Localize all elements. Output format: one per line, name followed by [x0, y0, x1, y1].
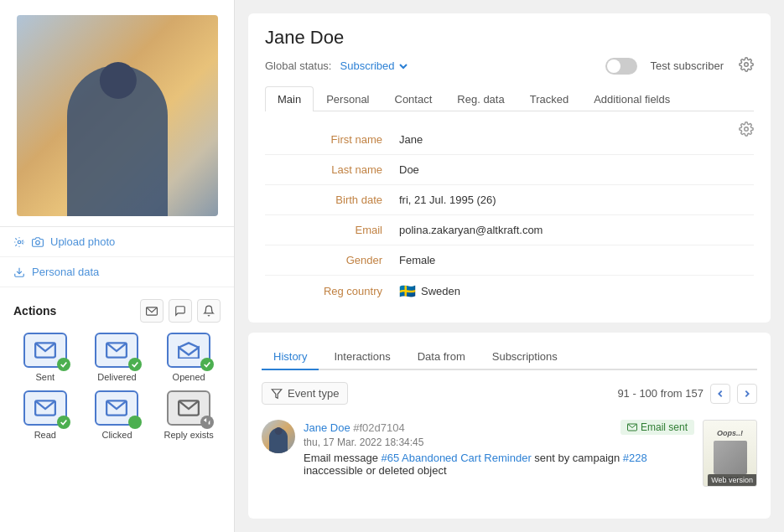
- toggle-switch[interactable]: [605, 58, 637, 75]
- last-name-value: Doe: [399, 163, 419, 176]
- tab-data-from[interactable]: Data from: [406, 344, 477, 370]
- event-date: thu, 17 Mar. 2022 18:34:45: [304, 436, 694, 448]
- read-icon-box: [23, 390, 67, 426]
- gender-label: Gender: [265, 254, 399, 266]
- tab-additional-fields[interactable]: Additional fields: [581, 86, 683, 111]
- clicked-label: Clicked: [101, 430, 132, 440]
- gear-icon-fields: [739, 121, 754, 137]
- download-icon: [13, 266, 25, 278]
- event-item: Jane Doe #f02d7104 Email sent thu, 17 Ma…: [262, 415, 757, 492]
- action-clicked[interactable]: Clicked: [86, 390, 149, 440]
- test-subscriber-label: Test subscriber: [651, 59, 724, 72]
- read-label: Read: [34, 430, 56, 440]
- clicked-badge: [128, 416, 142, 429]
- chevron-left-icon: [716, 390, 724, 398]
- reg-country-label: Reg country: [265, 285, 399, 297]
- chat-icon: [174, 305, 186, 317]
- svg-point-10: [745, 127, 749, 132]
- actions-title: Actions: [13, 304, 56, 318]
- fields-settings-button[interactable]: [739, 121, 754, 139]
- first-name-value: Jane: [399, 133, 423, 146]
- event-type-filter-button[interactable]: Event type: [262, 382, 348, 405]
- tab-personal[interactable]: Personal: [314, 86, 382, 111]
- last-name-label: Last name: [265, 163, 399, 176]
- event-content: Jane Doe #f02d7104 Email sent thu, 17 Ma…: [304, 420, 694, 487]
- event-user-id: #f02d7104: [353, 421, 404, 434]
- campaign-link-2[interactable]: #228: [623, 452, 647, 464]
- svg-marker-11: [272, 389, 282, 398]
- actions-icon-row: [140, 299, 221, 323]
- prev-page-button[interactable]: [710, 384, 730, 404]
- bell-icon-button[interactable]: [197, 299, 221, 323]
- tab-interactions[interactable]: Interactions: [322, 344, 402, 370]
- profile-settings-button[interactable]: [739, 57, 754, 75]
- opened-icon: [178, 342, 200, 359]
- event-user-name[interactable]: Jane Doe #f02d7104: [304, 421, 405, 434]
- tab-history[interactable]: History: [262, 344, 319, 370]
- delivered-icon: [106, 342, 127, 359]
- event-user-info: Jane Doe #f02d7104: [304, 421, 405, 434]
- email-icon-button[interactable]: [140, 299, 164, 323]
- global-status-label: Global status:: [265, 59, 332, 72]
- event-thumbnail[interactable]: Oops..! Jacket Web version: [703, 420, 757, 487]
- profile-card: Jane Doe Global status: Subscribed Test …: [248, 13, 771, 323]
- sent-label: Sent: [36, 372, 55, 382]
- reply-icon: [178, 400, 200, 416]
- svg-point-1: [36, 240, 40, 245]
- next-page-button[interactable]: [737, 384, 757, 404]
- email-value: polina.zakaryan@altkraft.com: [399, 224, 543, 236]
- campaign-link-1[interactable]: #65 Abandoned Cart Reminder: [381, 452, 531, 464]
- event-avatar: [262, 420, 295, 453]
- avatar: [17, 15, 218, 216]
- email-label: Email: [265, 224, 399, 236]
- bell-icon: [203, 305, 215, 317]
- clicked-icon-box: [95, 390, 138, 426]
- tab-contact[interactable]: Contact: [382, 86, 445, 111]
- tab-subscriptions[interactable]: Subscriptions: [480, 344, 569, 370]
- field-email: Email polina.zakaryan@altkraft.com: [265, 215, 754, 245]
- web-version-badge[interactable]: Web version: [708, 474, 756, 486]
- chat-icon-button[interactable]: [169, 299, 192, 323]
- history-tabs: History Interactions Data from Subscript…: [262, 344, 757, 370]
- delivered-icon-box: [95, 333, 138, 368]
- chevron-down-icon: [398, 61, 408, 71]
- action-read[interactable]: Read: [13, 390, 77, 440]
- personal-data-button[interactable]: Personal data: [0, 257, 234, 287]
- tab-reg-data[interactable]: Reg. data: [444, 86, 517, 111]
- status-badge[interactable]: Subscribed: [340, 59, 408, 72]
- email-sent-icon: [627, 423, 637, 431]
- upload-photo-label: Upload photo: [50, 235, 115, 248]
- field-gender: Gender Female: [265, 245, 754, 276]
- camera-icon: [32, 236, 44, 248]
- opened-badge: [200, 358, 214, 371]
- gender-value: Female: [399, 254, 435, 266]
- tab-main[interactable]: Main: [265, 86, 314, 111]
- profile-name: Jane Doe: [265, 27, 344, 49]
- reg-country-value: 🇸🇪 Sweden: [399, 283, 460, 299]
- thumbnail-oops-text: Oops..!: [704, 429, 756, 437]
- action-delivered[interactable]: Delivered: [86, 333, 149, 382]
- chevron-right-icon: [743, 390, 751, 398]
- thumbnail-product-image: [714, 441, 747, 474]
- tab-tracked[interactable]: Tracked: [517, 86, 581, 111]
- right-panel: Jane Doe Global status: Subscribed Test …: [235, 0, 784, 532]
- sent-badge: [57, 358, 70, 371]
- read-badge: [57, 416, 70, 429]
- birth-date-value: fri, 21 Jul. 1995 (26): [399, 194, 496, 206]
- fields-section: First name Jane Last name Doe Birth date…: [265, 125, 754, 306]
- profile-header: Jane Doe: [265, 27, 754, 49]
- pagination-text: 91 - 100 from 157: [617, 387, 704, 400]
- reply-exists-icon-box: [167, 390, 210, 426]
- action-grid: Sent Delivered: [13, 333, 221, 440]
- actions-header: Actions: [13, 299, 221, 323]
- action-opened[interactable]: Opened: [157, 333, 221, 382]
- action-reply-exists[interactable]: Reply exists: [157, 390, 221, 440]
- event-badge: Email sent: [620, 420, 694, 435]
- field-first-name: First name Jane: [265, 125, 754, 155]
- delivered-label: Delivered: [97, 372, 136, 382]
- sent-icon-box: [23, 333, 67, 368]
- reply-exists-label: Reply exists: [164, 430, 214, 440]
- first-name-label: First name: [265, 133, 399, 146]
- action-sent[interactable]: Sent: [13, 333, 77, 382]
- upload-photo-button[interactable]: Upload photo: [0, 227, 234, 257]
